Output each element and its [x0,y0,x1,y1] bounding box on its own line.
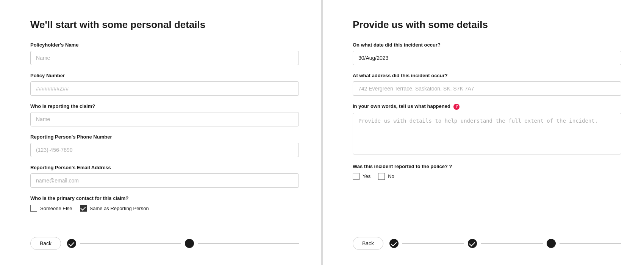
right-back-button[interactable]: Back [353,237,383,250]
phone-group: Reporting Person's Phone Number [30,134,299,157]
right-progress-line-2 [481,243,542,244]
same-as-reporting-option[interactable]: Same as Reporting Person [80,205,149,212]
police-no-checkbox[interactable] [378,173,385,180]
right-progress-dot-2 [468,239,477,248]
policy-number-label: Policy Number [30,73,299,78]
left-back-button[interactable]: Back [30,237,61,250]
email-input[interactable] [30,173,299,188]
police-report-label: Was this incident reported to the police… [353,164,621,169]
email-label: Reporting Person's Email Address [30,165,299,170]
incident-description-label: In your own words, tell us what happened… [353,103,621,110]
incident-address-group: At what address did this incident occur? [353,73,621,96]
reporting-person-label: Who is reporting the claim? [30,103,299,109]
incident-description-input[interactable] [353,113,621,154]
phone-input[interactable] [30,143,299,157]
right-progress [389,239,621,248]
police-yes-label: Yes [363,173,370,179]
incident-date-label: On what date did this incident occur? [353,42,621,48]
left-progress-line-1 [80,243,181,244]
right-panel-title: Provide us with some details [353,19,621,31]
police-report-options: Yes No [353,173,621,180]
right-panel: Provide us with some details On what dat… [322,0,644,265]
primary-contact-group: Who is the primary contact for this clai… [30,195,299,212]
email-group: Reporting Person's Email Address [30,165,299,188]
right-progress-line-1 [402,243,464,244]
policyholder-name-group: Policyholder's Name [30,42,299,65]
police-report-group: Was this incident reported to the police… [353,164,621,180]
right-progress-line-3 [560,243,621,244]
left-panel-title: We'll start with some personal details [30,19,299,31]
left-progress-dot-1 [67,239,76,248]
left-progress-dot-2 [185,239,194,248]
police-help-icon[interactable]: ? [449,164,452,169]
same-as-reporting-checkbox[interactable] [80,205,87,212]
left-progress [67,239,299,248]
incident-date-group: On what date did this incident occur? [353,42,621,65]
same-as-reporting-label: Same as Reporting Person [90,206,149,211]
someone-else-option[interactable]: Someone Else [30,205,72,212]
police-yes-option[interactable]: Yes [353,173,370,180]
someone-else-label: Someone Else [40,206,72,211]
reporting-person-group: Who is reporting the claim? [30,103,299,126]
phone-label: Reporting Person's Phone Number [30,134,299,140]
police-yes-checkbox[interactable] [353,173,360,180]
incident-description-group: In your own words, tell us what happened… [353,103,621,156]
right-progress-dot-1 [389,239,399,248]
incident-address-input[interactable] [353,81,621,96]
incident-date-input[interactable] [353,51,621,65]
description-help-icon[interactable]: ? [453,104,460,110]
primary-contact-label: Who is the primary contact for this clai… [30,195,299,201]
reporting-person-input[interactable] [30,112,299,126]
left-progress-line-2 [198,243,299,244]
policyholder-name-input[interactable] [30,51,299,65]
right-footer: Back [353,229,621,250]
policy-number-input[interactable] [30,81,299,96]
primary-contact-options: Someone Else Same as Reporting Person [30,205,299,212]
policy-number-group: Policy Number [30,73,299,96]
left-panel: We'll start with some personal details P… [0,0,322,265]
incident-address-label: At what address did this incident occur? [353,73,621,78]
left-footer: Back [30,229,299,250]
police-no-label: No [388,173,394,179]
policyholder-name-label: Policyholder's Name [30,42,299,48]
someone-else-checkbox[interactable] [30,205,37,212]
police-no-option[interactable]: No [378,173,394,180]
right-progress-dot-3 [547,239,556,248]
